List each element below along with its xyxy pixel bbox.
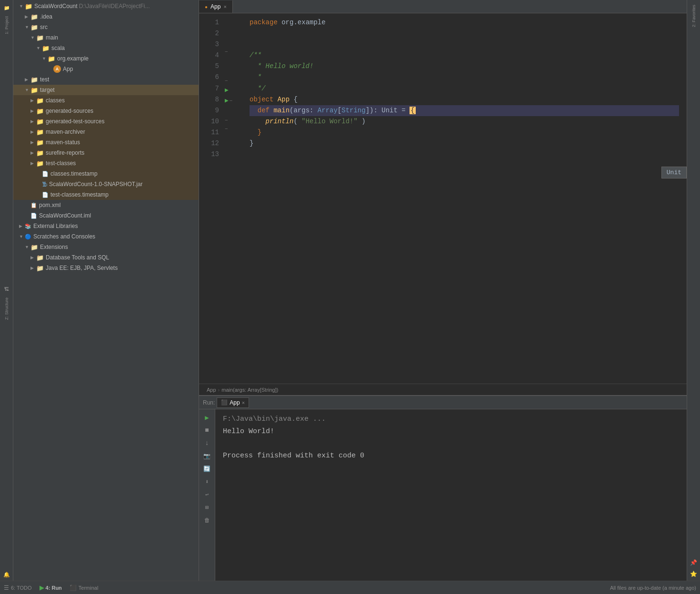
left-sidebar: 📁 1: Project 🏗 Z: Structure 🔔: [0, 0, 13, 581]
run-arrow-9[interactable]: ▶−: [225, 96, 240, 106]
run-layout-btn[interactable]: ⊞: [202, 502, 212, 513]
tree-item-extlibs[interactable]: ▶ 📚 External Libraries: [13, 221, 199, 231]
tree-item-main[interactable]: ▼ 📁 main: [13, 32, 199, 43]
terminal-label: Terminal: [79, 585, 99, 591]
run-tab-close[interactable]: ×: [242, 400, 245, 406]
fold-arrow-11[interactable]: −: [225, 116, 240, 125]
tree-item-app[interactable]: ▶ A App: [13, 64, 199, 74]
icon-classes: 📁: [36, 97, 44, 104]
bottom-panel: Run: ⬛ App × ▶ ■ ↓ 📷 🔄: [199, 395, 687, 581]
run-stop-btn[interactable]: ■: [202, 425, 212, 436]
label-iml: ScalaWordCount.iml: [39, 212, 91, 219]
notification-icon[interactable]: 🔔: [1, 569, 12, 580]
tree-item-iml[interactable]: ▶ 📄 ScalaWordCount.iml: [13, 210, 199, 221]
project-tree: ▼ 📁 ScalaWordCount D:\JavaFile\IDEAProje…: [13, 0, 199, 581]
label-main: main: [46, 34, 58, 41]
tree-item-src[interactable]: ▼ 📁 src: [13, 22, 199, 32]
arrow-maven-status: ▶: [30, 140, 36, 145]
gutter: − − ▶ ▶− − −: [223, 13, 242, 384]
tree-item-target[interactable]: ▼ 📁 target: [13, 85, 199, 95]
icon-gen-test: 📁: [36, 118, 44, 125]
status-message: All files are up-to-date (a minute ago): [610, 585, 696, 591]
arrow-classes: ▶: [30, 98, 36, 103]
run-import-btn[interactable]: ⬇: [202, 476, 212, 487]
nav-terminal[interactable]: ⬛ Terminal: [70, 584, 99, 591]
tree-item-orgexample[interactable]: ▼ 📁 org.example: [13, 53, 199, 64]
fav-label[interactable]: 2: Favorites: [691, 5, 696, 27]
run-tab-app[interactable]: ⬛ App ×: [217, 397, 249, 408]
label-dbtools: Database Tools and SQL: [46, 254, 109, 261]
nav-run[interactable]: ▶ 4: Run: [40, 584, 62, 591]
label-scala: scala: [51, 45, 65, 51]
editor-tab-app[interactable]: ● App ×: [199, 0, 233, 13]
tree-item-scala[interactable]: ▼ 📁 scala: [13, 43, 199, 53]
tree-item-pom[interactable]: ▶ 📋 pom.xml: [13, 200, 199, 210]
fold-arrow-7[interactable]: −: [225, 77, 240, 85]
arrow-dbtools: ▶: [30, 255, 36, 260]
code-line-12: }: [250, 138, 679, 149]
run-output[interactable]: F:\Java\bin\java.exe ... Hello World! Pr…: [215, 409, 687, 581]
run-trash-btn[interactable]: 🗑: [202, 515, 212, 525]
breadcrumb-method[interactable]: main(args: Array[String]): [221, 387, 278, 393]
label-app: App: [63, 66, 73, 72]
code-line-3: [250, 39, 679, 50]
tree-item-javaee[interactable]: ▶ 📁 Java EE: EJB, JPA, Servlets: [13, 263, 199, 273]
tree-item-maven-status[interactable]: ▶ 📁 maven-status: [13, 137, 199, 148]
run-screenshot-btn[interactable]: 📷: [202, 451, 212, 461]
tree-item-maven-arch[interactable]: ▶ 📁 maven-archiver: [13, 127, 199, 137]
code-content[interactable]: package org.example /** * Hello world! *: [242, 13, 687, 384]
run-scroll-down-btn[interactable]: ↓: [202, 438, 212, 448]
nav-todo[interactable]: ☰ 6: TODO: [4, 584, 32, 591]
icon-app: A: [53, 65, 61, 73]
run-panel-content: ▶ ■ ↓ 📷 🔄 ⬇ ↩ ⊞ 🗑 F:\Java\bin\java.exe .…: [199, 409, 687, 581]
run-play-btn[interactable]: ▶: [202, 412, 212, 423]
arrow-javaee: ▶: [30, 266, 36, 270]
fav-star-icon[interactable]: ⭐: [689, 569, 699, 579]
label-extensions: Extensions: [40, 244, 68, 250]
run-settings-btn[interactable]: ↩: [202, 489, 212, 500]
arrow-test: ▶: [25, 77, 30, 82]
tree-item-dbtools[interactable]: ▶ 📁 Database Tools and SQL: [13, 252, 199, 263]
project-icon[interactable]: 📁: [1, 3, 12, 13]
left-side-label-project[interactable]: 1: Project: [4, 16, 9, 34]
tree-item-surefire[interactable]: ▶ 📁 surefire-reports: [13, 148, 199, 158]
label-javaee: Java EE: EJB, JPA, Servlets: [46, 265, 118, 271]
icon-jar: 🗜: [42, 181, 47, 187]
tab-close[interactable]: ×: [223, 4, 226, 10]
fold-arrow-4[interactable]: −: [225, 48, 240, 56]
label-target: target: [40, 87, 55, 93]
tree-item-gen-sources[interactable]: ▶ 📁 generated-sources: [13, 106, 199, 116]
run-arrow-8[interactable]: ▶: [225, 85, 240, 95]
structure-icon[interactable]: 🏗: [1, 284, 12, 295]
icon-extlibs: 📚: [25, 223, 31, 229]
label-idea: .idea: [40, 13, 52, 20]
arrow-pom: ▶: [25, 203, 30, 208]
tree-item-idea[interactable]: ▶ 📁 .idea: [13, 11, 199, 22]
bottom-tabs-bar: Run: ⬛ App ×: [199, 396, 687, 409]
tree-item-root[interactable]: ▼ 📁 ScalaWordCount D:\JavaFile\IDEAProje…: [13, 1, 199, 11]
tree-item-test-ts[interactable]: ▶ 📄 test-classes.timestamp: [13, 189, 199, 200]
tree-item-jar[interactable]: ▶ 🗜 ScalaWordCount-1.0-SNAPSHOT.jar: [13, 179, 199, 189]
run-filter-btn[interactable]: 🔄: [202, 464, 212, 474]
breadcrumb-file[interactable]: App: [207, 387, 216, 393]
tree-item-test-classes[interactable]: ▶ 📁 test-classes: [13, 158, 199, 168]
label-test-classes: test-classes: [46, 160, 76, 167]
fold-arrow-12[interactable]: −: [225, 125, 240, 133]
editor-area: ● App × 12345678910111213: [199, 0, 687, 395]
tree-item-extensions[interactable]: ▼ 📁 Extensions: [13, 242, 199, 252]
code-line-4: /**: [250, 50, 679, 61]
arrow-main: ▼: [30, 35, 36, 40]
tree-item-scratches[interactable]: ▼ 🔵 Scratches and Consoles: [13, 231, 199, 242]
fav-pin-icon[interactable]: 📌: [689, 558, 699, 567]
tree-item-gen-test[interactable]: ▶ 📁 generated-test-sources: [13, 116, 199, 127]
left-side-label-structure[interactable]: Z: Structure: [4, 297, 9, 320]
tree-item-test[interactable]: ▶ 📁 test: [13, 74, 199, 85]
tree-item-classes-ts[interactable]: ▶ 📄 classes.timestamp: [13, 168, 199, 179]
label-jar: ScalaWordCount-1.0-SNAPSHOT.jar: [49, 181, 143, 188]
icon-test-classes: 📁: [36, 160, 44, 167]
run-output-process: Process finished with exit code 0: [223, 450, 679, 462]
icon-maven-status: 📁: [36, 139, 44, 146]
icon-classes-ts: 📄: [42, 171, 49, 177]
icon-pom: 📋: [30, 202, 37, 208]
tree-item-classes[interactable]: ▶ 📁 classes: [13, 95, 199, 106]
